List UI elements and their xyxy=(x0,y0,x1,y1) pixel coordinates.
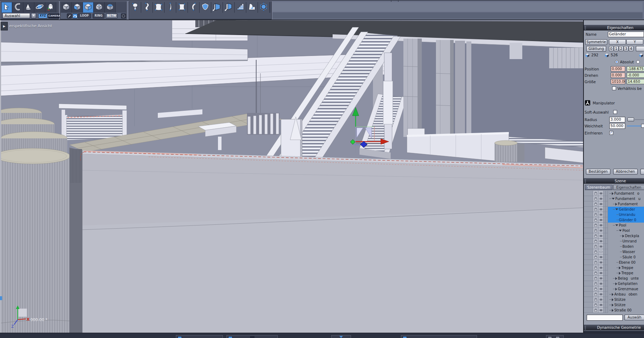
tree-row[interactable]: Treppe xyxy=(584,265,644,270)
eye-icon[interactable] xyxy=(598,286,604,292)
expand-arrow[interactable] xyxy=(612,293,614,296)
symmetrie-button[interactable]: Symmetrie xyxy=(585,39,607,45)
weichheit-slider-handle[interactable] xyxy=(641,124,644,128)
select-arrow-button[interactable] xyxy=(1,2,12,13)
lock-icon[interactable] xyxy=(593,281,598,286)
taper-tool-button[interactable] xyxy=(165,2,176,13)
lock-icon[interactable] xyxy=(593,292,598,297)
tree-row[interactable]: Geländer xyxy=(584,207,644,212)
expand-arrow[interactable] xyxy=(615,224,618,226)
tree-row[interactable]: Stütze xyxy=(584,297,644,302)
tree-row[interactable]: Anbau_ oben xyxy=(584,292,644,297)
lock-icon[interactable] xyxy=(593,228,598,233)
tree-row[interactable]: Gländer 0 xyxy=(584,217,644,223)
auswahl-dropdown[interactable]: Auswahl xyxy=(2,13,30,18)
eye-icon[interactable] xyxy=(598,233,604,239)
smoothing-level-1[interactable]: 1 xyxy=(614,46,619,51)
tree-row[interactable]: Fundament xyxy=(584,201,644,207)
lock-icon[interactable] xyxy=(593,260,598,265)
eye-icon[interactable] xyxy=(598,228,604,233)
timeline-dropdown-partial[interactable] xyxy=(331,335,351,338)
expand-arrow[interactable] xyxy=(615,282,617,285)
cube-edge-mode-button[interactable] xyxy=(83,2,94,13)
tab-szenenbaum[interactable]: Szenenbaum xyxy=(585,185,613,190)
cube-object-mode-button[interactable] xyxy=(61,2,72,13)
eye-icon[interactable] xyxy=(598,212,604,217)
symmetry-axis-x[interactable]: X xyxy=(609,39,626,45)
stairs-slice-tool-button[interactable] xyxy=(235,2,246,13)
lock-icon[interactable] xyxy=(593,308,598,313)
confirm-button[interactable]: Bestätigen xyxy=(586,169,610,174)
panel-grip[interactable] xyxy=(585,26,586,30)
smoothing-level-0[interactable]: 0 xyxy=(609,46,614,51)
between-select-button[interactable]: BETW xyxy=(106,13,117,18)
tree-row[interactable]: Gehplatten xyxy=(584,281,644,286)
smoothing-level-3[interactable]: 3 xyxy=(624,46,628,51)
lock-icon[interactable] xyxy=(593,217,598,223)
position-x-field[interactable]: 0.000 xyxy=(611,66,625,71)
extrude-edge-tool-button[interactable] xyxy=(223,2,235,13)
tree-row[interactable]: Fundament_ o xyxy=(584,191,644,196)
symmetry-axis-y[interactable]: Y xyxy=(626,39,643,45)
radius-slider-track[interactable] xyxy=(635,119,644,120)
panel-grip[interactable] xyxy=(585,326,586,330)
paint-select-button[interactable] xyxy=(67,13,72,18)
rotation-y-field[interactable]: -0.000 xyxy=(627,73,644,78)
weichheit-slider-track[interactable] xyxy=(627,126,641,126)
select-by-name-button[interactable]: Auswäh xyxy=(625,315,644,320)
eye-icon[interactable] xyxy=(598,201,604,207)
cube-element-mode-button[interactable] xyxy=(105,2,116,13)
lock-icon[interactable] xyxy=(593,270,598,276)
cloth-pull-tool-button[interactable] xyxy=(153,2,165,13)
tree-row[interactable]: Fundament_ u xyxy=(584,196,644,201)
tree-row[interactable]: Ebene 00 xyxy=(584,260,644,265)
eye-icon[interactable] xyxy=(598,254,604,260)
lock-icon[interactable] xyxy=(593,254,598,260)
eye-off-icon[interactable] xyxy=(598,249,604,254)
lock-icon[interactable] xyxy=(593,212,598,217)
cancel-button[interactable]: Abbrechen xyxy=(613,169,638,174)
expand-arrow[interactable] xyxy=(619,267,621,269)
expand-arrow[interactable] xyxy=(619,272,621,275)
size-y-field[interactable]: 14.650 xyxy=(627,79,644,84)
eye-icon[interactable] xyxy=(598,191,604,196)
radius-slider-handle[interactable] xyxy=(627,118,634,121)
auswahl-dropdown-arrow[interactable]: ▼ xyxy=(31,13,36,18)
tree-row[interactable]: Stütze xyxy=(584,302,644,308)
lock-icon[interactable] xyxy=(593,265,598,270)
tree-row[interactable]: Pool xyxy=(584,223,644,228)
eye-icon[interactable] xyxy=(598,244,604,249)
eye-icon[interactable] xyxy=(598,302,604,308)
lock-icon[interactable] xyxy=(593,297,598,302)
lock-icon[interactable] xyxy=(593,302,598,308)
relativ-radio[interactable] xyxy=(636,60,640,64)
circle-select-button[interactable] xyxy=(121,13,126,18)
viewport-menu-button[interactable]: ▶ xyxy=(1,22,8,30)
cage-deform-tool-button[interactable] xyxy=(258,2,270,13)
cube-vertex-mode-button[interactable] xyxy=(72,2,83,13)
eye-icon[interactable] xyxy=(598,217,604,223)
expand-arrow[interactable] xyxy=(619,230,622,231)
eye-icon[interactable] xyxy=(598,223,604,228)
lock-icon[interactable] xyxy=(593,196,598,201)
verhaeltnis-checkbox[interactable] xyxy=(612,86,616,90)
eye-icon[interactable] xyxy=(598,207,604,212)
ghost-tool-button[interactable] xyxy=(45,2,56,13)
lathe-tool-button[interactable] xyxy=(130,2,141,13)
soft-auswahl-checkbox[interactable] xyxy=(613,110,617,114)
expand-arrow[interactable] xyxy=(615,288,617,291)
smoothing-level-partial[interactable] xyxy=(636,46,644,51)
inflate-tool-button[interactable] xyxy=(200,2,211,13)
tree-row[interactable]: Umrandu xyxy=(584,212,644,217)
tree-row[interactable]: Straße 00 xyxy=(584,308,644,313)
expand-arrow[interactable] xyxy=(612,304,614,307)
properties-panel-header[interactable]: Eigenschaften xyxy=(584,25,644,30)
lock-icon[interactable] xyxy=(593,286,598,292)
cube-face-mode-button[interactable] xyxy=(94,2,105,13)
fabric-pin-tool-button[interactable] xyxy=(176,2,188,13)
smoothing-level-4[interactable]: 4 xyxy=(629,46,633,51)
eye-icon[interactable] xyxy=(598,276,604,281)
camera-toggle-button[interactable]: CAMERA xyxy=(48,13,59,18)
tree-row[interactable]: Umrand xyxy=(584,239,644,244)
thickness-tool-button[interactable] xyxy=(246,2,258,13)
